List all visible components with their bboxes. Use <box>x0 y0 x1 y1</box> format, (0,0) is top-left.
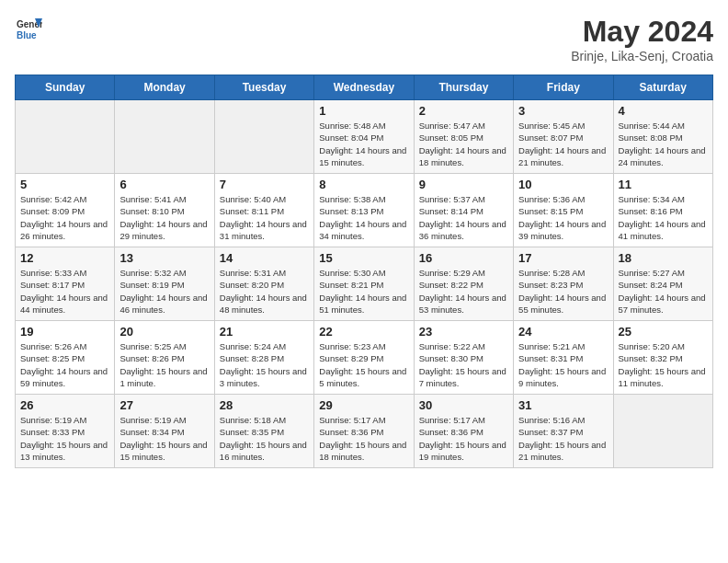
day-number: 12 <box>20 251 109 265</box>
day-info-line: Sunrise: 5:21 AM <box>518 340 608 352</box>
day-info-line: Sunrise: 5:38 AM <box>319 193 408 205</box>
day-info-line: Sunset: 8:26 PM <box>119 352 209 364</box>
day-info-line: Sunset: 8:08 PM <box>619 132 708 144</box>
calendar-cell: 2Sunrise: 5:47 AMSunset: 8:05 PMDaylight… <box>414 100 513 174</box>
day-info-line: Sunset: 8:32 PM <box>619 352 708 364</box>
day-info-line: Sunset: 8:17 PM <box>20 279 109 291</box>
day-info-line: Daylight: 15 hours and 19 minutes. <box>419 439 508 464</box>
day-number: 19 <box>20 325 109 339</box>
calendar-week-row: 26Sunrise: 5:19 AMSunset: 8:33 PMDayligh… <box>16 395 713 468</box>
calendar-cell: 21Sunrise: 5:24 AMSunset: 8:28 PMDayligh… <box>214 321 313 395</box>
day-of-week-header: Saturday <box>613 75 712 100</box>
day-info-line: Sunrise: 5:17 AM <box>319 414 408 426</box>
day-info-line: Sunrise: 5:36 AM <box>518 193 608 205</box>
day-number: 5 <box>20 178 109 191</box>
day-info-line: Sunrise: 5:41 AM <box>119 193 209 205</box>
day-info-line: Sunrise: 5:24 AM <box>220 340 309 352</box>
day-info-line: Sunrise: 5:34 AM <box>619 193 708 205</box>
day-info-line: Sunrise: 5:27 AM <box>619 267 708 279</box>
day-of-week-header: Tuesday <box>214 75 313 100</box>
day-info-line: Sunset: 8:09 PM <box>20 205 109 217</box>
day-info-line: Daylight: 15 hours and 13 minutes. <box>20 439 109 464</box>
day-info-line: Daylight: 15 hours and 18 minutes. <box>319 439 408 464</box>
day-of-week-header: Friday <box>514 75 613 100</box>
day-info-line: Daylight: 14 hours and 57 minutes. <box>619 292 708 316</box>
day-info-line: Sunrise: 5:18 AM <box>220 414 309 426</box>
day-of-week-header: Thursday <box>414 75 513 100</box>
day-info-line: Sunrise: 5:19 AM <box>119 414 209 426</box>
day-info-line: Sunrise: 5:30 AM <box>319 267 408 279</box>
calendar-cell <box>613 395 712 468</box>
calendar-cell: 10Sunrise: 5:36 AMSunset: 8:15 PMDayligh… <box>514 174 613 247</box>
day-info-line: Daylight: 15 hours and 1 minute. <box>119 365 209 390</box>
day-info-line: Sunrise: 5:16 AM <box>518 414 608 426</box>
day-info-line: Sunset: 8:25 PM <box>20 352 109 364</box>
day-info-line: Sunrise: 5:26 AM <box>20 340 109 352</box>
day-info-line: Sunset: 8:07 PM <box>518 132 608 144</box>
calendar-cell: 8Sunrise: 5:38 AMSunset: 8:13 PMDaylight… <box>314 174 414 247</box>
day-info-line: Daylight: 14 hours and 46 minutes. <box>119 292 209 316</box>
day-number: 6 <box>119 178 209 191</box>
day-info-line: Sunrise: 5:47 AM <box>419 120 508 132</box>
day-number: 22 <box>319 325 408 339</box>
day-number: 10 <box>518 178 608 191</box>
day-info-line: Sunset: 8:29 PM <box>319 352 408 364</box>
day-info-line: Sunset: 8:05 PM <box>419 132 508 144</box>
day-number: 28 <box>220 398 309 412</box>
day-info-line: Sunset: 8:36 PM <box>419 426 508 438</box>
calendar-cell: 25Sunrise: 5:20 AMSunset: 8:32 PMDayligh… <box>613 321 712 395</box>
day-info-line: Sunrise: 5:22 AM <box>419 340 508 352</box>
day-info-line: Daylight: 14 hours and 48 minutes. <box>220 292 309 316</box>
calendar-cell: 24Sunrise: 5:21 AMSunset: 8:31 PMDayligh… <box>514 321 613 395</box>
day-info-line: Sunset: 8:23 PM <box>518 279 608 291</box>
calendar-cell: 11Sunrise: 5:34 AMSunset: 8:16 PMDayligh… <box>613 174 712 247</box>
day-info-line: Sunrise: 5:40 AM <box>220 193 309 205</box>
day-number: 25 <box>619 325 708 339</box>
day-info-line: Sunrise: 5:28 AM <box>518 267 608 279</box>
day-info-line: Daylight: 14 hours and 21 minutes. <box>518 144 608 169</box>
calendar-cell <box>214 100 313 174</box>
calendar-cell: 18Sunrise: 5:27 AMSunset: 8:24 PMDayligh… <box>613 247 712 321</box>
day-of-week-header: Monday <box>115 75 214 100</box>
day-info-line: Sunset: 8:13 PM <box>319 205 408 217</box>
calendar-cell <box>16 100 115 174</box>
calendar-cell: 9Sunrise: 5:37 AMSunset: 8:14 PMDaylight… <box>414 174 513 247</box>
calendar-body: 1Sunrise: 5:48 AMSunset: 8:04 PMDaylight… <box>16 100 713 468</box>
day-number: 7 <box>220 178 309 191</box>
day-info-line: Sunset: 8:19 PM <box>119 279 209 291</box>
day-info-line: Sunrise: 5:48 AM <box>319 120 408 132</box>
day-number: 20 <box>119 325 209 339</box>
day-info-line: Sunset: 8:14 PM <box>419 205 508 217</box>
calendar-cell: 1Sunrise: 5:48 AMSunset: 8:04 PMDaylight… <box>314 100 414 174</box>
day-number: 3 <box>518 104 608 118</box>
day-number: 1 <box>319 104 408 118</box>
day-number: 18 <box>619 251 708 265</box>
calendar-cell: 22Sunrise: 5:23 AMSunset: 8:29 PMDayligh… <box>314 321 414 395</box>
calendar-cell: 14Sunrise: 5:31 AMSunset: 8:20 PMDayligh… <box>214 247 313 321</box>
calendar-week-row: 19Sunrise: 5:26 AMSunset: 8:25 PMDayligh… <box>16 321 713 395</box>
day-info-line: Sunset: 8:31 PM <box>518 352 608 364</box>
calendar-cell: 4Sunrise: 5:44 AMSunset: 8:08 PMDaylight… <box>613 100 712 174</box>
day-info-line: Sunset: 8:35 PM <box>220 426 309 438</box>
day-number: 16 <box>419 251 508 265</box>
day-number: 23 <box>419 325 508 339</box>
location: Brinje, Lika-Senj, Croatia <box>571 49 713 63</box>
calendar-cell: 16Sunrise: 5:29 AMSunset: 8:22 PMDayligh… <box>414 247 513 321</box>
month-title: May 2024 <box>571 15 713 49</box>
day-info-line: Daylight: 14 hours and 44 minutes. <box>20 292 109 316</box>
day-number: 26 <box>20 398 109 412</box>
day-info-line: Sunset: 8:33 PM <box>20 426 109 438</box>
calendar-cell: 28Sunrise: 5:18 AMSunset: 8:35 PMDayligh… <box>214 395 313 468</box>
day-info-line: Daylight: 15 hours and 16 minutes. <box>220 439 309 464</box>
day-info-line: Daylight: 14 hours and 34 minutes. <box>319 218 408 243</box>
day-info-line: Daylight: 14 hours and 51 minutes. <box>319 292 408 316</box>
day-info-line: Sunset: 8:34 PM <box>119 426 209 438</box>
day-info-line: Sunset: 8:37 PM <box>518 426 608 438</box>
day-info-line: Sunrise: 5:29 AM <box>419 267 508 279</box>
day-info-line: Sunset: 8:22 PM <box>419 279 508 291</box>
day-info-line: Daylight: 15 hours and 3 minutes. <box>220 365 309 390</box>
calendar-cell: 29Sunrise: 5:17 AMSunset: 8:36 PMDayligh… <box>314 395 414 468</box>
day-info-line: Daylight: 14 hours and 31 minutes. <box>220 218 309 243</box>
day-info-line: Daylight: 14 hours and 24 minutes. <box>619 144 708 169</box>
day-info-line: Daylight: 15 hours and 5 minutes. <box>319 365 408 390</box>
